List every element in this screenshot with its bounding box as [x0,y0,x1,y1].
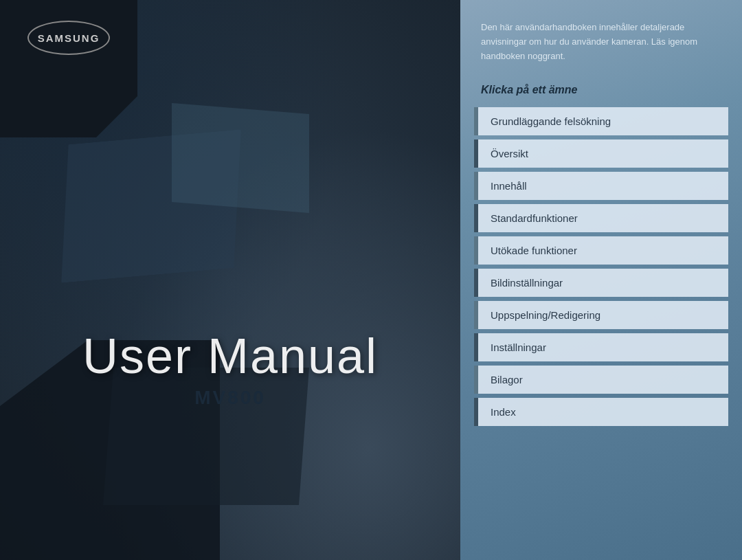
right-panel: Den här användarhandboken innehåller det… [460,0,742,560]
nav-item-innehall[interactable]: Innehåll [474,172,728,200]
nav-button-grundlaggande[interactable]: Grundläggande felsökning [478,107,728,135]
decorative-shape-overlay [172,103,309,213]
click-topic-label: Klicka på ett ämne [474,84,728,96]
nav-button-uppspelning[interactable]: Uppspelning/Redigering [478,301,728,329]
nav-button-innehall[interactable]: Innehåll [478,172,728,200]
nav-button-standardfunktioner[interactable]: Standardfunktioner [478,204,728,232]
samsung-brand-text: SAMSUNG [38,32,100,44]
nav-button-bildinstallningar[interactable]: Bildinställningar [478,269,728,297]
nav-item-utokade[interactable]: Utökade funktioner [474,236,728,265]
nav-item-uppspelning[interactable]: Uppspelning/Redigering [474,301,728,329]
nav-item-installningar[interactable]: Inställningar [474,333,728,361]
nav-button-installningar[interactable]: Inställningar [478,333,728,361]
left-panel: SAMSUNG User Manual MV800 [0,0,460,560]
nav-item-grundlaggande[interactable]: Grundläggande felsökning [474,107,728,135]
model-number: MV800 [0,387,460,409]
nav-button-utokade[interactable]: Utökade funktioner [478,236,728,265]
nav-button-oversikt[interactable]: Översikt [478,139,728,168]
nav-button-bilagor[interactable]: Bilagor [478,366,728,394]
samsung-logo: SAMSUNG [27,21,110,55]
nav-item-oversikt[interactable]: Översikt [474,139,728,168]
manual-title: User Manual [0,328,460,384]
samsung-oval: SAMSUNG [27,21,110,55]
nav-button-index[interactable]: Index [478,398,728,426]
nav-item-standardfunktioner[interactable]: Standardfunktioner [474,204,728,232]
nav-item-bildinstallningar[interactable]: Bildinställningar [474,269,728,297]
nav-item-bilagor[interactable]: Bilagor [474,366,728,394]
description-text: Den här användarhandboken innehåller det… [474,21,728,63]
nav-buttons-container: Grundläggande felsökningÖversiktInnehåll… [474,107,728,546]
manual-title-area: User Manual MV800 [0,328,460,409]
nav-item-index[interactable]: Index [474,398,728,426]
